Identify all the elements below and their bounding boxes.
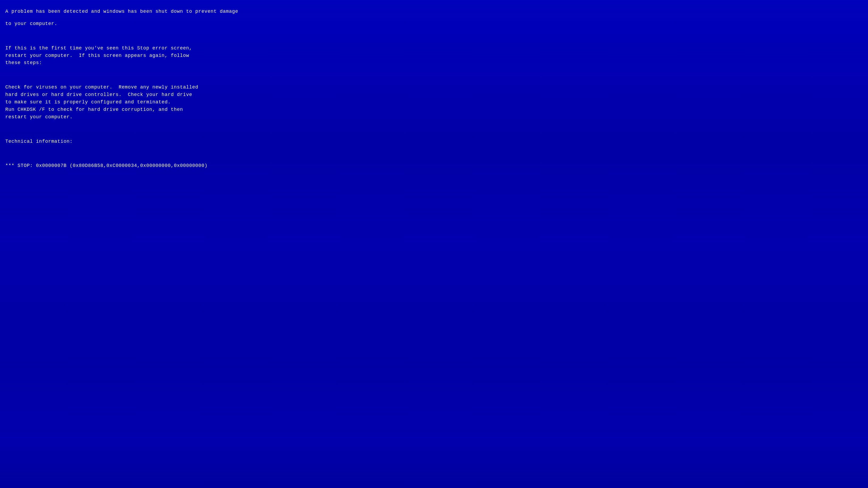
bsod-content: A problem has been detected and windows … xyxy=(5,8,378,170)
blank-spacer-2 xyxy=(5,71,378,79)
stop-code: *** STOP: 0x0000007B (0x80D86B58,0xC0000… xyxy=(5,162,378,170)
virus-check-para: Check for viruses on your computer. Remo… xyxy=(5,84,378,121)
blank-spacer-3 xyxy=(5,126,378,133)
header-line1: A problem has been detected and windows … xyxy=(5,8,378,15)
header-line2: to your computer. xyxy=(5,20,378,28)
bsod-screen: A problem has been detected and windows … xyxy=(0,0,868,488)
blank-spacer-4 xyxy=(5,150,378,157)
first-time-para: If this is the first time you've seen th… xyxy=(5,45,378,67)
blank-spacer-1 xyxy=(5,32,378,40)
tech-info-label: Technical information: xyxy=(5,138,378,145)
screen-wrapper: A problem has been detected and windows … xyxy=(0,0,868,488)
